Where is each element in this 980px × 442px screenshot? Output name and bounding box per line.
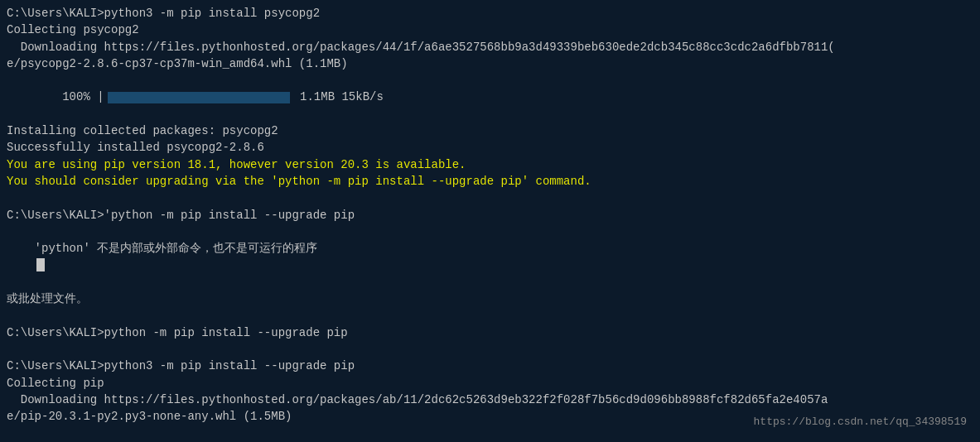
watermark: https://blog.csdn.net/qq_34398519 <box>754 415 967 430</box>
progress-bar-1 <box>108 92 290 103</box>
terminal-line: 或批处理文件。 <box>7 291 973 307</box>
terminal-line-blank <box>7 307 973 324</box>
terminal-cursor <box>36 258 45 271</box>
terminal-line: C:\Users\KALI>python3 -m pip install psy… <box>7 5 973 22</box>
terminal-line-blank <box>7 190 973 206</box>
terminal: C:\Users\KALI>python3 -m pip install psy… <box>7 5 973 437</box>
terminal-line-warning-1: You are using pip version 18.1, however … <box>7 156 973 173</box>
terminal-line: e/psycopg2-2.8.6-cp37-cp37m-win_amd64.wh… <box>7 55 973 72</box>
terminal-line: Downloading https://files.pythonhosted.o… <box>7 392 973 408</box>
terminal-line-blank <box>7 341 973 358</box>
terminal-line-cursor: 'python' 不是内部或外部命令，也不是可运行的程序 <box>7 223 973 291</box>
terminal-line: Collecting psycopg2 <box>7 22 973 38</box>
terminal-line: Successfully installed psycopg2-2.8.6 <box>7 139 973 156</box>
terminal-line: Collecting pip <box>7 375 973 392</box>
terminal-line: Downloading https://files.pythonhosted.o… <box>7 39 973 55</box>
terminal-line: Installing collected packages: psycopg2 <box>7 123 973 139</box>
terminal-line: C:\Users\KALI>python3 -m pip install --u… <box>7 358 973 374</box>
terminal-line-warning-2: You should consider upgrading via the 'p… <box>7 173 973 190</box>
terminal-line: C:\Users\KALI>'python -m pip install --u… <box>7 207 973 223</box>
terminal-line: C:\Users\KALI>python -m pip install --up… <box>7 324 973 341</box>
terminal-progress-line-1: 100% | 1.1MB 15kB/s <box>7 72 973 123</box>
